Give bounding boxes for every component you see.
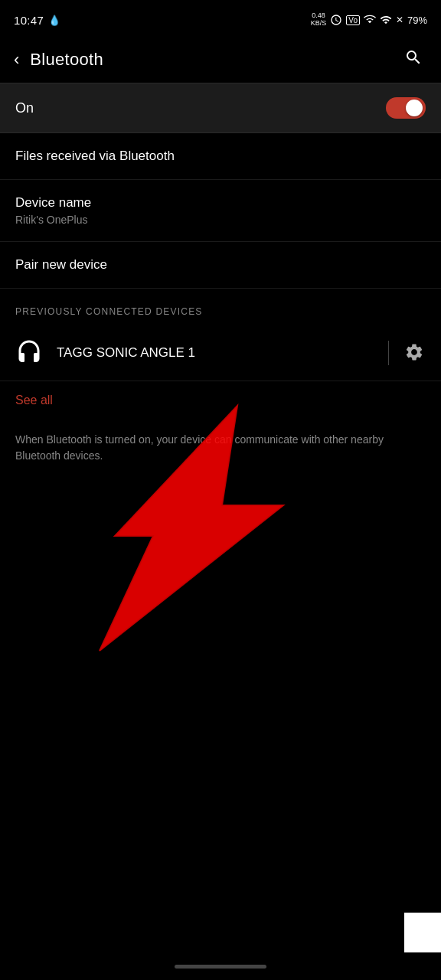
status-bar: 10:47 💧 0.48 KB/S Vo ✕ 79% — [0, 0, 441, 37]
bottom-nav — [0, 952, 441, 980]
device-name-item[interactable]: Device name Ritik's OnePlus — [0, 180, 441, 242]
see-all-label[interactable]: See all — [15, 394, 53, 407]
volte-icon: Vo — [346, 15, 360, 25]
info-text-row: When Bluetooth is turned on, your device… — [0, 420, 441, 476]
toggle-label: On — [15, 100, 34, 116]
bluetooth-toggle[interactable] — [386, 97, 426, 119]
alarm-icon — [330, 14, 342, 26]
device-divider — [388, 341, 389, 365]
bottom-right-element — [404, 913, 441, 952]
gear-icon — [404, 342, 424, 362]
no-signal-icon: ✕ — [396, 15, 403, 25]
pair-new-device-title: Pair new device — [15, 257, 426, 273]
info-text: When Bluetooth is turned on, your device… — [15, 433, 384, 462]
status-time: 10:47 — [14, 14, 44, 27]
see-all-row[interactable]: See all — [0, 381, 441, 420]
wifi-icon — [364, 14, 376, 26]
pair-new-device-item[interactable]: Pair new device — [0, 242, 441, 289]
device-name: TAGG SONIC ANGLE 1 — [57, 345, 377, 361]
toolbar-left: ‹ Bluetooth — [6, 44, 103, 76]
signal-icon — [380, 14, 392, 26]
page-title: Bluetooth — [30, 50, 103, 70]
droplet-icon: 💧 — [48, 15, 60, 26]
bluetooth-toggle-row[interactable]: On — [0, 83, 441, 133]
status-icons: 0.48 KB/S Vo ✕ 79% — [311, 12, 427, 28]
device-settings-button[interactable] — [400, 338, 429, 369]
back-button[interactable]: ‹ — [6, 44, 27, 76]
data-speed: 0.48 KB/S — [311, 12, 327, 28]
battery-percentage: 79% — [407, 15, 427, 26]
device-icon-wrap — [12, 336, 46, 370]
previously-connected-header: PREVIOUSLY CONNECTED DEVICES — [0, 289, 441, 325]
search-button[interactable] — [398, 42, 429, 77]
files-received-title: Files received via Bluetooth — [15, 149, 426, 164]
device-name-title: Device name — [15, 195, 426, 211]
search-icon — [404, 48, 423, 67]
section-header-text: PREVIOUSLY CONNECTED DEVICES — [15, 306, 203, 317]
toggle-thumb — [406, 100, 423, 116]
headphones-icon — [15, 339, 43, 367]
device-row[interactable]: TAGG SONIC ANGLE 1 — [0, 325, 441, 381]
nav-indicator — [175, 965, 266, 969]
files-received-item[interactable]: Files received via Bluetooth — [0, 133, 441, 180]
toolbar: ‹ Bluetooth — [0, 37, 441, 83]
device-name-subtitle: Ritik's OnePlus — [15, 214, 426, 226]
